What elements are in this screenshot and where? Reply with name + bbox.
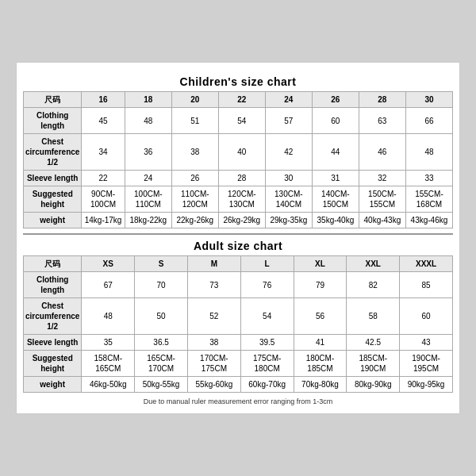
table-cell: 43 bbox=[400, 335, 453, 351]
table-cell: 26kg-29kg bbox=[218, 213, 265, 228]
table-cell: 79 bbox=[294, 272, 347, 298]
children-header-cell: 16 bbox=[82, 92, 125, 108]
children-header-cell: 22 bbox=[218, 92, 265, 108]
table-cell: 155CM-168CM bbox=[405, 186, 452, 213]
table-cell: 36 bbox=[125, 134, 171, 171]
table-row: weight14kg-17kg18kg-22kg22kg-26kg26kg-29… bbox=[24, 213, 453, 228]
table-cell: 35kg-40kg bbox=[312, 213, 359, 228]
table-cell: 120CM-130CM bbox=[218, 186, 265, 213]
table-cell: 55kg-60kg bbox=[187, 377, 240, 393]
row-label: Clothing length bbox=[24, 272, 82, 298]
row-label: Suggested height bbox=[24, 351, 82, 377]
table-cell: 36.5 bbox=[135, 335, 188, 351]
table-cell: 50kg-55kg bbox=[135, 377, 188, 393]
table-row: Suggested height90CM-100CM100CM-110CM110… bbox=[24, 186, 453, 213]
table-cell: 66 bbox=[405, 108, 452, 134]
table-row: weight46kg-50kg50kg-55kg55kg-60kg60kg-70… bbox=[24, 377, 453, 393]
table-cell: 70 bbox=[135, 272, 188, 298]
table-cell: 38 bbox=[187, 335, 240, 351]
children-header-cell: 20 bbox=[171, 92, 218, 108]
children-header-cell: 30 bbox=[405, 92, 452, 108]
table-cell: 54 bbox=[240, 298, 294, 335]
table-cell: 42.5 bbox=[347, 335, 400, 351]
table-cell: 76 bbox=[240, 272, 294, 298]
adult-header-cell: XXL bbox=[347, 256, 400, 272]
adult-title: Adult size chart bbox=[23, 240, 453, 252]
table-cell: 43kg-46kg bbox=[405, 213, 452, 228]
table-cell: 185CM-190CM bbox=[347, 351, 400, 377]
table-cell: 158CM-165CM bbox=[82, 351, 135, 377]
table-cell: 28 bbox=[218, 171, 265, 186]
table-cell: 82 bbox=[347, 272, 400, 298]
table-row: Clothing length4548515457606366 bbox=[24, 108, 453, 134]
children-header-cell: 28 bbox=[359, 92, 405, 108]
adult-table: 尺码XSSMLXLXXLXXXL Clothing length67707376… bbox=[23, 255, 453, 393]
children-title: Children's size chart bbox=[23, 75, 453, 88]
table-cell: 32 bbox=[359, 171, 405, 186]
table-cell: 18kg-22kg bbox=[125, 213, 171, 228]
table-cell: 31 bbox=[312, 171, 359, 186]
children-table: 尺码1618202224262830 Clothing length454851… bbox=[23, 91, 453, 228]
row-label: weight bbox=[24, 377, 82, 393]
row-label: weight bbox=[24, 213, 82, 228]
row-label: Sleeve length bbox=[24, 335, 82, 351]
table-cell: 130CM-140CM bbox=[265, 186, 312, 213]
table-cell: 175CM-180CM bbox=[240, 351, 294, 377]
table-cell: 56 bbox=[294, 298, 347, 335]
children-header-cell: 18 bbox=[125, 92, 171, 108]
children-header-cell: 26 bbox=[312, 92, 359, 108]
table-cell: 14kg-17kg bbox=[82, 213, 125, 228]
table-cell: 54 bbox=[218, 108, 265, 134]
table-row: Clothing length67707376798285 bbox=[24, 272, 453, 298]
table-cell: 60 bbox=[312, 108, 359, 134]
table-row: Sleeve length3536.53839.54142.543 bbox=[24, 335, 453, 351]
table-cell: 48 bbox=[82, 298, 135, 335]
table-cell: 24 bbox=[125, 171, 171, 186]
table-cell: 46kg-50kg bbox=[82, 377, 135, 393]
table-cell: 51 bbox=[171, 108, 218, 134]
adult-header-cell: XS bbox=[82, 256, 135, 272]
table-cell: 45 bbox=[82, 108, 125, 134]
table-row: Chest circumference 1/248505254565860 bbox=[24, 298, 453, 335]
table-cell: 180CM-185CM bbox=[294, 351, 347, 377]
table-cell: 48 bbox=[405, 134, 452, 171]
row-label: Suggested height bbox=[24, 186, 82, 213]
table-cell: 140CM-150CM bbox=[312, 186, 359, 213]
adult-header-cell: L bbox=[240, 256, 294, 272]
table-cell: 35 bbox=[82, 335, 135, 351]
note: Due to manual ruler measurement error ra… bbox=[23, 397, 453, 405]
table-cell: 39.5 bbox=[240, 335, 294, 351]
table-cell: 110CM-120CM bbox=[171, 186, 218, 213]
table-cell: 73 bbox=[187, 272, 240, 298]
adult-header-cell: M bbox=[187, 256, 240, 272]
divider bbox=[23, 233, 453, 235]
table-cell: 63 bbox=[359, 108, 405, 134]
table-cell: 170CM-175CM bbox=[187, 351, 240, 377]
row-label: Clothing length bbox=[24, 108, 82, 134]
table-cell: 60 bbox=[400, 298, 453, 335]
table-cell: 46 bbox=[359, 134, 405, 171]
table-cell: 80kg-90kg bbox=[347, 377, 400, 393]
table-cell: 90CM-100CM bbox=[82, 186, 125, 213]
adult-header-cell: XL bbox=[294, 256, 347, 272]
table-cell: 50 bbox=[135, 298, 188, 335]
table-cell: 42 bbox=[265, 134, 312, 171]
children-header-cell: 尺码 bbox=[24, 92, 82, 108]
table-cell: 85 bbox=[400, 272, 453, 298]
row-label: Chest circumference 1/2 bbox=[24, 134, 82, 171]
table-cell: 40kg-43kg bbox=[359, 213, 405, 228]
adult-header-cell: XXXL bbox=[400, 256, 453, 272]
table-cell: 67 bbox=[82, 272, 135, 298]
adult-header-cell: S bbox=[135, 256, 188, 272]
table-cell: 100CM-110CM bbox=[125, 186, 171, 213]
chart-wrapper: Children's size chart 尺码1618202224262830… bbox=[16, 62, 460, 414]
table-cell: 29kg-35kg bbox=[265, 213, 312, 228]
table-cell: 33 bbox=[405, 171, 452, 186]
table-cell: 41 bbox=[294, 335, 347, 351]
row-label: Sleeve length bbox=[24, 171, 82, 186]
table-cell: 190CM-195CM bbox=[400, 351, 453, 377]
table-cell: 30 bbox=[265, 171, 312, 186]
table-cell: 57 bbox=[265, 108, 312, 134]
children-header-cell: 24 bbox=[265, 92, 312, 108]
table-cell: 22 bbox=[82, 171, 125, 186]
